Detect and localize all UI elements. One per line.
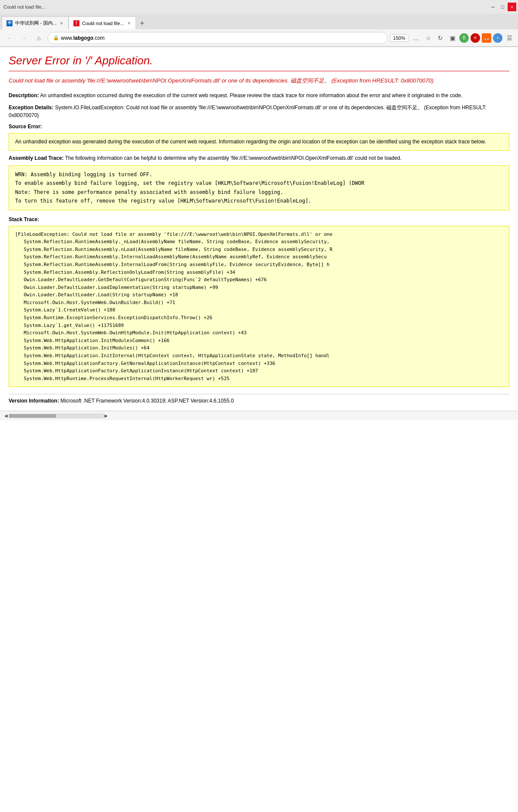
url-prefix: www. (61, 35, 73, 41)
title-bar: Could not load file... ─ □ × (0, 0, 518, 14)
assembly-load-trace-label: Assembly Load Trace: (9, 155, 63, 161)
back-button[interactable]: ← (3, 32, 16, 44)
tab-2-label: Could not load file... (82, 21, 124, 26)
home-button[interactable]: ⌂ (33, 32, 45, 44)
scrollbar-thumb[interactable] (9, 414, 56, 418)
status-bar: ◀ ▶ (0, 411, 518, 420)
more-button[interactable]: … (411, 33, 421, 43)
exception-details-text: System.IO.FileLoadException: Could not l… (9, 105, 486, 118)
maximize-button[interactable]: □ (498, 3, 507, 11)
refresh-button[interactable]: ↻ (435, 33, 445, 43)
extension-icon-2[interactable]: 🦊 (482, 33, 491, 43)
url-domain: labgogo (73, 35, 94, 41)
address-input[interactable]: 🔒 www.labgogo.com (47, 32, 388, 44)
forward-button[interactable]: → (18, 32, 30, 44)
horizontal-scrollbar[interactable] (9, 414, 104, 418)
assembly-load-trace-block: Assembly Load Trace: The following infor… (9, 154, 509, 162)
toolbar-icons: … ☆ ↻ ▣ B 你 🦊 e ☰ (411, 33, 515, 43)
extension-icon-1[interactable]: 你 (471, 33, 480, 43)
zoom-level[interactable]: 150% (390, 34, 408, 42)
description-block: Description: An unhandled exception occu… (9, 92, 509, 99)
scroll-left-arrow[interactable]: ◀ (3, 413, 9, 418)
version-info-label: Version Information: (9, 398, 59, 404)
tab-1-favicon: 中 (6, 20, 13, 26)
version-info: Version Information: Microsoft .NET Fram… (9, 394, 509, 404)
page-content: Server Error in '/' Application. Could n… (0, 47, 518, 411)
error-message: Could not load file or assembly 'file://… (9, 76, 509, 86)
tab-1-label: 中华试剂网 - 国内... (15, 20, 57, 26)
close-button[interactable]: × (508, 3, 516, 11)
description-label: Description: (9, 92, 39, 98)
profile-icon[interactable]: B (459, 33, 469, 43)
tab-2[interactable]: ! Could not load file... × (69, 16, 136, 29)
new-tab-button[interactable]: + (136, 17, 148, 29)
address-bar: ← → ⌂ 🔒 www.labgogo.com 150% … ☆ ↻ ▣ B 你… (0, 29, 518, 47)
tab-1[interactable]: 中 中华试剂网 - 国内... × (2, 16, 69, 29)
menu-button[interactable]: ☰ (504, 33, 515, 43)
title-bar-controls: ─ □ × (489, 3, 516, 11)
exception-details-label: Exception Details: (9, 105, 54, 111)
source-error-box: An unhandled exception was generated dur… (9, 133, 509, 151)
lock-icon: 🔒 (53, 35, 59, 41)
tab-2-close[interactable]: × (126, 20, 131, 26)
stack-trace-label: Stack Trace: (9, 216, 509, 222)
server-error-title: Server Error in '/' Application. (9, 54, 509, 71)
address-url: www.labgogo.com (61, 35, 104, 41)
browser-chrome: Could not load file... ─ □ × 中 中华试剂网 - 国… (0, 0, 518, 47)
tabs-bar: 中 中华试剂网 - 国内... × ! Could not load file.… (0, 14, 518, 29)
reader-view-icon[interactable]: ▣ (447, 33, 458, 43)
browser-title: Could not load file... (3, 4, 45, 10)
url-suffix: .com (93, 35, 104, 41)
version-info-text: Microsoft .NET Framework Version:4.0.303… (60, 398, 234, 404)
assembly-load-trace-text: The following information can be helpful… (65, 155, 402, 161)
source-error-label: Source Error: (9, 124, 509, 130)
stack-trace-box: [FileLoadException: Could not load file … (9, 226, 509, 387)
scroll-right-arrow[interactable]: ▶ (104, 413, 109, 418)
description-text: An unhandled exception occurred during t… (40, 92, 463, 98)
exception-details-block: Exception Details: System.IO.FileLoadExc… (9, 104, 509, 119)
bookmark-icon[interactable]: ☆ (423, 33, 433, 43)
tab-1-close[interactable]: × (59, 20, 64, 26)
minimize-button[interactable]: ─ (489, 3, 497, 11)
scrollbar-area: ◀ ▶ (3, 413, 515, 418)
extension-icon-3[interactable]: e (493, 33, 502, 43)
tab-2-favicon: ! (73, 20, 79, 26)
assembly-log-box: WRN: Assembly binding logging is turned … (9, 165, 509, 210)
